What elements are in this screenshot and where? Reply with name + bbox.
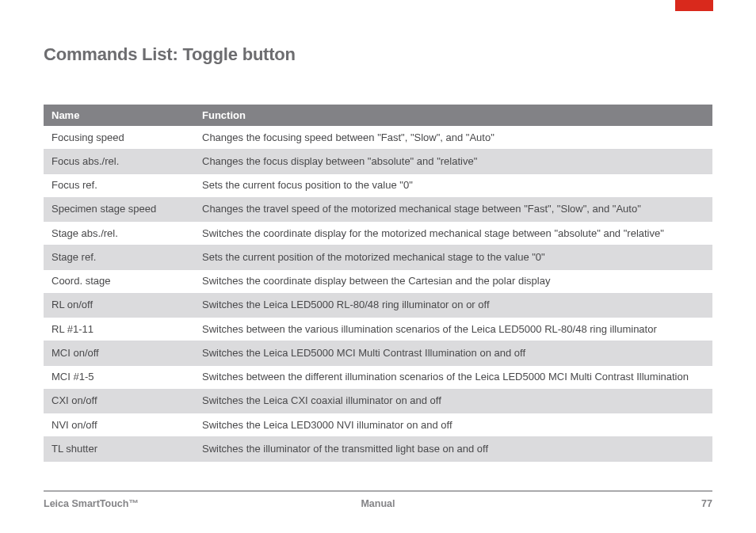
cell-function: Switches the coordinate display for the … bbox=[194, 222, 712, 246]
cell-function: Switches the coordinate display between … bbox=[194, 269, 712, 293]
table-row: MCI #1-5Switches between the different i… bbox=[44, 365, 712, 389]
col-header-name: Name bbox=[44, 105, 194, 126]
cell-name: CXI on/off bbox=[44, 389, 194, 413]
table-header-row: Name Function bbox=[44, 105, 712, 126]
table-row: Stage ref.Sets the current position of t… bbox=[44, 246, 712, 269]
footer-page-num: 77 bbox=[490, 498, 712, 509]
page: Commands List: Toggle button Name Functi… bbox=[0, 0, 756, 533]
table-row: NVI on/offSwitches the Leica LED3000 NVI… bbox=[44, 413, 712, 437]
table-row: CXI on/offSwitches the Leica CXI coaxial… bbox=[44, 389, 712, 413]
cell-name: Stage abs./rel. bbox=[44, 222, 194, 246]
page-footer: Leica SmartTouch™ Manual 77 bbox=[44, 490, 712, 509]
col-header-function: Function bbox=[194, 105, 712, 126]
cell-name: TL shutter bbox=[44, 437, 194, 461]
cell-function: Changes the focus display between "absol… bbox=[194, 150, 712, 173]
cell-name: Focusing speed bbox=[44, 126, 194, 150]
commands-table: Name Function Focusing speedChanges the … bbox=[44, 105, 712, 462]
footer-row: Leica SmartTouch™ Manual 77 bbox=[44, 498, 712, 509]
cell-name: MCI #1-5 bbox=[44, 365, 194, 389]
cell-function: Changes the focusing speed between "Fast… bbox=[194, 126, 712, 150]
cell-name: NVI on/off bbox=[44, 413, 194, 437]
brand-color-tab bbox=[675, 0, 713, 11]
cell-function: Switches between the various illuminatio… bbox=[194, 318, 712, 341]
footer-section: Manual bbox=[266, 498, 489, 509]
cell-name: RL #1-11 bbox=[44, 318, 194, 341]
cell-function: Sets the current focus position to the v… bbox=[194, 173, 712, 197]
cell-name: Coord. stage bbox=[44, 269, 194, 293]
cell-name: Focus ref. bbox=[44, 173, 194, 197]
table-row: Focus ref.Sets the current focus positio… bbox=[44, 173, 712, 197]
table-row: TL shutterSwitches the illuminator of th… bbox=[44, 437, 712, 461]
table-row: Coord. stageSwitches the coordinate disp… bbox=[44, 269, 712, 293]
content-area: Commands List: Toggle button Name Functi… bbox=[44, 44, 712, 462]
cell-function: Changes the travel speed of the motorize… bbox=[194, 197, 712, 221]
cell-function: Switches the Leica LED3000 NVI illuminat… bbox=[194, 413, 712, 437]
cell-function: Switches the Leica LED5000 MCI Multi Con… bbox=[194, 341, 712, 365]
cell-name: Specimen stage speed bbox=[44, 197, 194, 221]
table-row: Focusing speedChanges the focusing speed… bbox=[44, 126, 712, 150]
cell-name: RL on/off bbox=[44, 293, 194, 317]
cell-name: MCI on/off bbox=[44, 341, 194, 365]
table-row: Specimen stage speedChanges the travel s… bbox=[44, 197, 712, 221]
cell-function: Switches the Leica CXI coaxial illuminat… bbox=[194, 389, 712, 413]
table-row: Stage abs./rel.Switches the coordinate d… bbox=[44, 222, 712, 246]
table-row: RL on/offSwitches the Leica LED5000 RL-8… bbox=[44, 293, 712, 317]
table-row: Focus abs./rel.Changes the focus display… bbox=[44, 150, 712, 173]
footer-rule bbox=[44, 490, 712, 492]
table-row: RL #1-11Switches between the various ill… bbox=[44, 318, 712, 341]
cell-function: Switches the illuminator of the transmit… bbox=[194, 437, 712, 461]
cell-function: Switches between the different illuminat… bbox=[194, 365, 712, 389]
footer-product: Leica SmartTouch™ bbox=[44, 498, 266, 509]
cell-function: Switches the Leica LED5000 RL-80/48 ring… bbox=[194, 293, 712, 317]
table-row: MCI on/offSwitches the Leica LED5000 MCI… bbox=[44, 341, 712, 365]
cell-name: Stage ref. bbox=[44, 246, 194, 269]
page-title: Commands List: Toggle button bbox=[44, 44, 712, 65]
cell-name: Focus abs./rel. bbox=[44, 150, 194, 173]
cell-function: Sets the current position of the motoriz… bbox=[194, 246, 712, 269]
